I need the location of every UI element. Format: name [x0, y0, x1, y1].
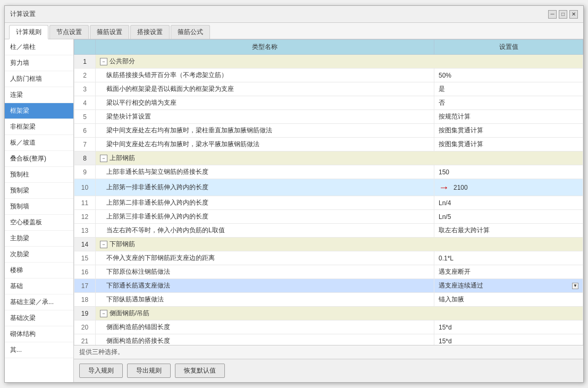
section-name: －上部钢筋 [96, 151, 583, 165]
settings-table: 类型名称 设置值 1－公共部分2纵筋搭接接头错开百分率（不考虑架立筋）50%3截… [74, 39, 583, 345]
table-row[interactable]: 21侧面构造筋的搭接长度15*d [74, 334, 583, 345]
sidebar-item-blast-door[interactable]: 人防门框墙 [5, 71, 73, 87]
table-row[interactable]: 11上部第二排非通长筋伸入跨内的长度Ln/4 [74, 196, 583, 210]
table-row[interactable]: 20侧面构造筋的锚固长度15*d [74, 320, 583, 334]
table-row[interactable]: 19－侧面钢筋/吊筋 [74, 307, 583, 320]
restore-button[interactable]: 恢复默认值 [175, 364, 225, 378]
sidebar-item-sec-rib[interactable]: 次肋梁 [5, 247, 73, 263]
table-row[interactable]: 14－下部钢筋 [74, 238, 583, 251]
sidebar-item-lian-liang[interactable]: 连梁 [5, 87, 73, 103]
window-controls: ─ □ ✕ [548, 10, 578, 19]
row-number: 14 [74, 238, 96, 251]
table-row[interactable]: 18下部纵筋遇加腋做法锚入加腋 [74, 293, 583, 307]
row-number: 13 [74, 224, 96, 238]
section-name: －侧面钢筋/吊筋 [96, 307, 583, 320]
row-value[interactable]: 遇支座连续通过▼ [434, 279, 583, 293]
col-num-header [74, 40, 96, 55]
sidebar-item-found-sec[interactable]: 基础次梁 [5, 310, 73, 326]
sidebar-item-foundation[interactable]: 基础 [5, 279, 73, 294]
table-row[interactable]: 4梁以平行相交的墙为支座否 [74, 96, 583, 110]
collapse-icon[interactable]: － [100, 241, 107, 248]
cell-value: 2100 [453, 184, 468, 191]
row-name: 上部第三排非通长筋伸入跨内的长度 [96, 210, 434, 224]
maximize-button[interactable]: □ [559, 10, 567, 19]
cell-value: 遇支座断开 [434, 265, 583, 279]
row-number: 18 [74, 293, 96, 307]
table-row[interactable]: 8－上部钢筋 [74, 151, 583, 165]
table-row[interactable]: 3截面小的框架梁是否以截面大的框架梁为支座是 [74, 82, 583, 96]
row-number: 1 [74, 55, 96, 69]
window-title: 计算设置 [10, 10, 36, 19]
row-number: 4 [74, 96, 96, 110]
table-row[interactable]: 6梁中间支座处左右均有加腋时，梁柱垂直加腋加腋钢筋做法按图集贯通计算 [74, 124, 583, 138]
cell-value: 遇支座连续通过 [439, 281, 483, 290]
row-name: 梁中间支座处左右均有加腋时，梁柱垂直加腋加腋钢筋做法 [96, 124, 434, 138]
table-row[interactable]: 7梁中间支座处左右均有加腋时，梁水平腋加腋钢筋做法按图集贯通计算 [74, 138, 583, 151]
tab-rebar-formula[interactable]: 箍筋公式 [171, 25, 210, 39]
red-arrow-icon: → [439, 181, 449, 193]
row-number: 21 [74, 334, 96, 345]
tab-splice-settings[interactable]: 搭接设置 [130, 25, 170, 39]
table-row[interactable]: 16下部原位标注钢筋做法遇支座断开 [74, 265, 583, 279]
row-number: 10 [74, 179, 96, 196]
cell-value: 按图集贯通计算 [434, 124, 583, 138]
status-text: 提供三种选择。 [79, 348, 124, 356]
sidebar-item-slab[interactable]: 板／坡道 [5, 135, 73, 151]
row-name: 梁中间支座处左右均有加腋时，梁水平腋加腋钢筋做法 [96, 138, 434, 151]
table-row[interactable]: 12上部第三排非通长筋伸入跨内的长度Ln/5 [74, 210, 583, 224]
tab-node-settings[interactable]: 节点设置 [49, 25, 89, 39]
close-button[interactable]: ✕ [569, 10, 578, 19]
sidebar-item-found-main[interactable]: 基础主梁／承... [5, 294, 73, 310]
row-name: 上部第一排非通长筋伸入跨内的长度 [96, 179, 434, 196]
sidebar-item-main-rib[interactable]: 主肋梁 [5, 231, 73, 247]
row-name: 下部原位标注钢筋做法 [96, 265, 434, 279]
table-row[interactable]: 1－公共部分 [74, 55, 583, 69]
row-value: →2100 [434, 179, 583, 196]
cell-value: 否 [434, 96, 583, 110]
sidebar-item-composite[interactable]: 叠合板(整厚) [5, 151, 73, 167]
table-row[interactable]: 10上部第一排非通长筋伸入跨内的长度→2100 [74, 179, 583, 196]
export-button[interactable]: 导出规则 [127, 364, 171, 378]
sidebar-item-stairs[interactable]: 楼梯 [5, 263, 73, 279]
cell-value: 取左右最大跨计算 [434, 224, 583, 238]
tab-rebar-settings[interactable]: 箍筋设置 [90, 25, 129, 39]
row-number: 7 [74, 138, 96, 151]
row-number: 6 [74, 124, 96, 138]
table-row[interactable]: 2纵筋搭接接头错开百分率（不考虑架立筋）50% [74, 69, 583, 82]
cell-value: Ln/5 [434, 210, 583, 224]
import-button[interactable]: 导入规则 [79, 364, 123, 378]
cell-value: 按规范计算 [434, 110, 583, 124]
sidebar: 柱／墙柱 剪力墙 人防门框墙 连梁 框架梁 非框架梁 板／坡道 叠合板(整厚) … [5, 39, 74, 382]
row-name: 当左右跨不等时，伸入小跨内负筋的L取值 [96, 224, 434, 238]
sidebar-item-precast-wall[interactable]: 预制墙 [5, 199, 73, 215]
sidebar-item-masonry[interactable]: 砌体结构 [5, 326, 73, 342]
cell-value: 锚入加腋 [434, 293, 583, 307]
cell-value: 15*d [434, 334, 583, 345]
collapse-icon[interactable]: － [100, 155, 107, 162]
sidebar-item-frame-beam[interactable]: 框架梁 [5, 103, 73, 119]
table-row[interactable]: 13当左右跨不等时，伸入小跨内负筋的L取值取左右最大跨计算 [74, 224, 583, 238]
sidebar-item-precast-col[interactable]: 预制柱 [5, 167, 73, 183]
cell-value: 50% [434, 69, 583, 82]
table-row[interactable]: 9上部非通长筋与架立钢筋的搭接长度150 [74, 165, 583, 179]
cell-value: 150 [434, 165, 583, 179]
row-number: 3 [74, 82, 96, 96]
table-row[interactable]: 17下部通长筋遇支座做法遇支座连续通过▼ [74, 279, 583, 293]
minimize-button[interactable]: ─ [548, 10, 557, 19]
sidebar-item-precast-beam[interactable]: 预制梁 [5, 183, 73, 199]
row-name: 梁以平行相交的墙为支座 [96, 96, 434, 110]
collapse-icon[interactable]: － [100, 310, 107, 317]
sidebar-item-other[interactable]: 其... [5, 342, 73, 358]
collapse-icon[interactable]: － [100, 58, 107, 65]
table-row[interactable]: 15不伸入支座的下部钢筋距支座边的距离0.1*L [74, 251, 583, 265]
sidebar-item-shear-wall[interactable]: 剪力墙 [5, 55, 73, 71]
sidebar-item-non-frame[interactable]: 非框架梁 [5, 119, 73, 135]
tab-calc-rules[interactable]: 计算规则 [9, 25, 48, 39]
cell-value: 按图集贯通计算 [434, 138, 583, 151]
row-name: 下部通长筋遇支座做法 [96, 279, 434, 293]
dropdown-arrow-icon[interactable]: ▼ [572, 283, 578, 289]
sidebar-item-hollow-slab[interactable]: 空心楼盖板 [5, 215, 73, 231]
table-row[interactable]: 5梁垫块计算设置按规范计算 [74, 110, 583, 124]
sidebar-item-col-wall[interactable]: 柱／墙柱 [5, 39, 73, 55]
row-number: 9 [74, 165, 96, 179]
